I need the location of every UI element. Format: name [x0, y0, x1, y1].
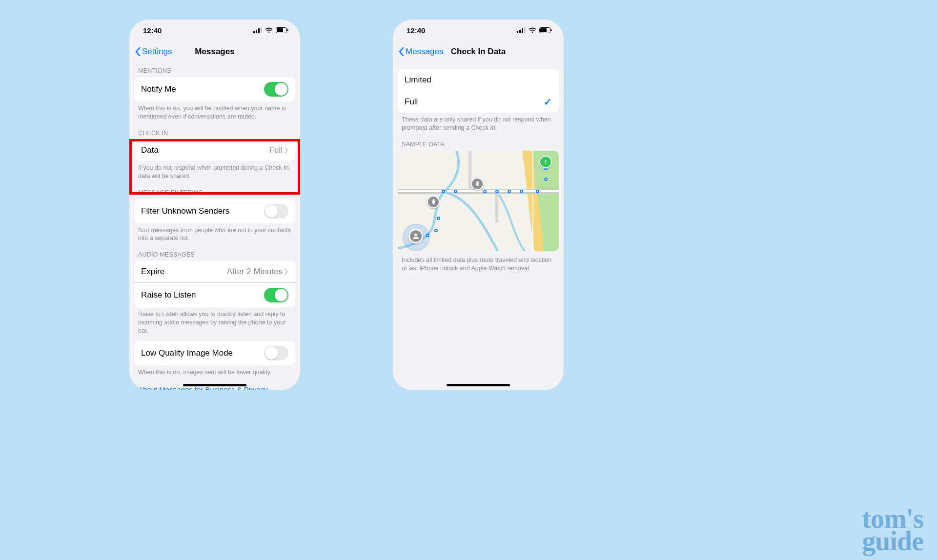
expire-label: Expire [141, 267, 164, 277]
route-dot [483, 190, 487, 193]
raise-toggle[interactable] [264, 288, 288, 302]
chevron-right-icon [285, 268, 288, 275]
destination-pin [539, 156, 552, 168]
svg-rect-27 [546, 161, 546, 164]
nav-bar: Messages Check In Data [393, 41, 564, 62]
option-full-row[interactable]: Full ✓ [398, 91, 559, 113]
battery-icon [276, 27, 288, 33]
svg-rect-12 [540, 28, 547, 32]
route-dot [495, 190, 499, 193]
sample-footer: Includes all limited data plus route tra… [393, 251, 564, 273]
route-dot [454, 190, 457, 193]
options-group: Limited Full ✓ [398, 69, 559, 113]
settings-content: MENTIONS Notify Me When this is on, you … [129, 62, 300, 390]
cellular-icon [253, 27, 262, 33]
option-full-label: Full [405, 97, 418, 107]
sample-header: SAMPLE DATA [393, 132, 564, 151]
watermark-line2: guide [862, 531, 923, 551]
notify-me-toggle[interactable] [264, 82, 288, 97]
route-dot [442, 190, 445, 193]
status-bar: 12:40 [129, 20, 300, 41]
lowquality-group: Low Quality Image Mode [134, 341, 295, 365]
audio-header: AUDIO MESSAGES [129, 242, 300, 261]
home-indicator[interactable] [447, 384, 510, 386]
low-quality-toggle[interactable] [264, 346, 288, 360]
svg-rect-17 [398, 190, 559, 192]
svg-rect-6 [287, 29, 288, 31]
phone-checkin-data: 12:40 Messages Check In Data Limited Ful… [393, 20, 564, 390]
svg-rect-3 [261, 27, 262, 33]
status-time: 12:40 [407, 26, 425, 35]
watch-removal-pin [427, 196, 440, 208]
svg-rect-23 [432, 204, 434, 205]
svg-rect-7 [517, 31, 518, 33]
svg-rect-0 [253, 31, 255, 33]
notify-me-label: Notify Me [141, 84, 176, 94]
svg-rect-13 [551, 29, 552, 31]
svg-rect-21 [432, 200, 434, 204]
filtering-group: Filter Unknown Senders [134, 199, 295, 223]
option-limited-row[interactable]: Limited [398, 69, 559, 91]
notify-me-row[interactable]: Notify Me [134, 77, 295, 101]
checkin-content: Limited Full ✓ These data are only share… [393, 62, 564, 278]
home-indicator[interactable] [183, 384, 246, 386]
iphone-unlock-pin [471, 178, 484, 190]
svg-rect-2 [258, 28, 260, 33]
route-dot [544, 178, 548, 181]
route-dot [536, 190, 539, 193]
filter-unknown-row[interactable]: Filter Unknown Senders [134, 199, 295, 223]
chevron-left-icon [134, 47, 141, 57]
expire-row[interactable]: Expire After 2 Minutes [134, 261, 295, 282]
back-button[interactable]: Messages [398, 47, 443, 57]
cellular-icon [517, 27, 526, 33]
options-footer: These data are only shared if you do not… [393, 113, 564, 132]
raise-label: Raise to Listen [141, 290, 196, 300]
filtering-header: MESSAGE FILTERING [129, 180, 300, 199]
route-dot [508, 190, 511, 193]
status-icons [253, 27, 288, 33]
svg-rect-22 [432, 199, 434, 200]
checkin-footer: If you do not respond when prompted duri… [129, 161, 300, 180]
low-quality-row[interactable]: Low Quality Image Mode [134, 341, 295, 365]
svg-rect-19 [495, 194, 498, 223]
back-label: Settings [142, 47, 172, 57]
svg-rect-5 [277, 28, 283, 32]
checkin-data-value: Full [269, 145, 283, 155]
wifi-icon [529, 27, 536, 33]
filter-unknown-label: Filter Unknown Senders [141, 206, 229, 216]
mentions-group: Notify Me [134, 77, 295, 101]
mentions-header: MENTIONS [129, 62, 300, 77]
checkin-header: CHECK IN [129, 121, 300, 140]
nav-bar: Settings Messages [129, 41, 300, 62]
lowquality-footer: When this is on, images sent will be low… [129, 365, 300, 377]
svg-rect-9 [522, 28, 523, 33]
chevron-right-icon [285, 147, 288, 154]
checkin-group: Data Full [134, 140, 295, 161]
svg-rect-1 [256, 30, 257, 33]
battery-icon [539, 27, 552, 33]
watermark: tom's guide [862, 508, 923, 551]
route-dot [434, 229, 438, 232]
back-label: Messages [406, 47, 443, 57]
route-dot [520, 190, 523, 193]
status-icons [517, 27, 552, 33]
status-time: 12:40 [143, 26, 162, 35]
audio-group: Expire After 2 Minutes Raise to Listen [134, 261, 295, 307]
phone-messages-settings: 12:40 Settings Messages MENTIONS Notify … [129, 20, 300, 390]
expire-value: After 2 Minutes [227, 267, 283, 277]
svg-rect-8 [519, 30, 521, 33]
about-messages-link[interactable]: About Messages for Business & Privacy [129, 377, 300, 390]
mentions-footer: When this is on, you will be notified wh… [129, 101, 300, 121]
route-dot [437, 217, 440, 220]
chevron-left-icon [398, 47, 405, 57]
sample-map [398, 151, 559, 251]
checkin-data-row[interactable]: Data Full [134, 140, 295, 161]
filtering-footer: Sort messages from people who are not in… [129, 223, 300, 243]
status-bar: 12:40 [393, 20, 564, 41]
filter-unknown-toggle[interactable] [264, 204, 288, 219]
wifi-icon [265, 27, 273, 33]
raise-to-listen-row[interactable]: Raise to Listen [134, 282, 295, 307]
back-button[interactable]: Settings [134, 47, 172, 57]
checkmark-icon: ✓ [544, 96, 552, 108]
svg-point-20 [414, 233, 417, 236]
